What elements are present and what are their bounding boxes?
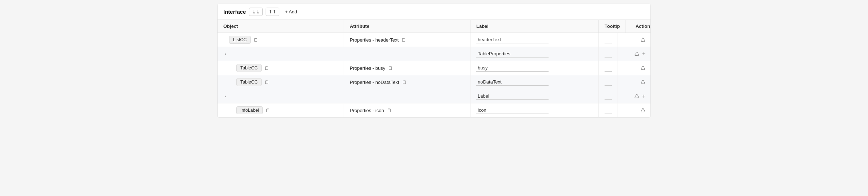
attribute-text: Properties - busy: [350, 65, 385, 71]
collapse-up-button[interactable]: ⤒⤒: [266, 8, 279, 16]
add-button[interactable]: + Add: [282, 8, 300, 16]
tooltip-cell: [599, 103, 618, 117]
actions-cell: ♺: [618, 103, 650, 117]
chevrons-down-icon: ⤓⤓: [252, 9, 260, 14]
tooltip-input[interactable]: [605, 50, 612, 57]
label-cell: [470, 47, 599, 61]
delete-button[interactable]: ♺: [640, 36, 646, 44]
tooltip-cell: [599, 61, 618, 75]
interface-table: Object Attribute Label Tooltip Actions L…: [218, 20, 650, 118]
label-input[interactable]: [476, 50, 549, 57]
actions-cell: ♺ +: [618, 89, 650, 103]
table-row: InfoLabel 🗒 Properties - icon 🗒 ♺: [218, 103, 650, 118]
actions-cell: ♺: [618, 61, 650, 75]
delete-button[interactable]: ♺: [633, 50, 640, 58]
object-cell: TableCC 🗒: [218, 61, 344, 75]
object-cell-empty: ›: [218, 47, 344, 61]
col-header-tooltip: Tooltip: [599, 20, 626, 33]
attribute-cell: Properties - noDataText 🗒: [344, 75, 470, 89]
tooltip-cell: [599, 33, 618, 47]
add-row-button[interactable]: +: [641, 92, 646, 100]
object-cell-empty: ›: [218, 89, 344, 103]
actions-cell: ♺ +: [618, 47, 650, 61]
col-header-attribute: Attribute: [344, 20, 470, 33]
object-name-infolabel: InfoLabel: [236, 106, 263, 114]
label-cell: [470, 89, 599, 103]
attribute-cell: Properties - busy 🗒: [344, 61, 470, 75]
delete-button[interactable]: ♺: [633, 92, 640, 101]
add-row-button[interactable]: +: [641, 50, 646, 58]
table-header-row: Object Attribute Label Tooltip Actions: [218, 20, 650, 33]
label-input[interactable]: [476, 93, 549, 100]
attribute-cell: Properties - icon 🗒: [344, 103, 470, 117]
tooltip-cell: [599, 75, 618, 89]
object-name-tablecc: TableCC: [236, 64, 262, 72]
label-input[interactable]: [476, 78, 549, 86]
copy-icon[interactable]: 🗒: [402, 80, 407, 85]
label-cell: [470, 103, 599, 117]
attribute-cell: Properties - headerText 🗒: [344, 33, 470, 47]
chevrons-up-icon: ⤒⤒: [268, 9, 276, 14]
collapse-down-button[interactable]: ⤓⤓: [249, 8, 263, 16]
label-input[interactable]: [476, 107, 549, 114]
tooltip-input[interactable]: [605, 107, 612, 114]
object-cell: TableCC 🗒: [218, 75, 344, 89]
expand-toggle-button[interactable]: ›: [223, 51, 228, 57]
label-cell: [470, 75, 599, 89]
tooltip-input[interactable]: [605, 36, 612, 43]
table-row: › ♺ +: [218, 47, 650, 61]
tooltip-input[interactable]: [605, 78, 612, 86]
actions-cell: ♺: [618, 75, 650, 89]
copy-icon[interactable]: 🗒: [265, 65, 269, 71]
label-cell: [470, 33, 599, 47]
copy-icon[interactable]: 🗒: [387, 108, 392, 113]
table-body: ListCC 🗒 Properties - headerText 🗒 ♺: [218, 33, 650, 118]
delete-button[interactable]: ♺: [640, 78, 646, 86]
tooltip-input[interactable]: [605, 64, 612, 72]
copy-icon[interactable]: 🗒: [265, 80, 269, 85]
table-row: TableCC 🗒 Properties - noDataText 🗒 ♺: [218, 75, 650, 89]
object-name-listcc: ListCC: [229, 36, 251, 44]
object-cell: InfoLabel 🗒: [218, 103, 344, 117]
attribute-text: Properties - noDataText: [350, 80, 399, 85]
col-header-actions: Actions: [626, 20, 651, 33]
copy-icon[interactable]: 🗒: [266, 108, 270, 113]
table-row: ListCC 🗒 Properties - headerText 🗒 ♺: [218, 33, 650, 47]
actions-cell: ♺: [618, 33, 650, 47]
object-name-tablecc2: TableCC: [236, 78, 262, 86]
delete-button[interactable]: ♺: [640, 106, 646, 115]
label-cell: [470, 61, 599, 75]
label-input[interactable]: [476, 64, 549, 72]
copy-icon[interactable]: 🗒: [254, 37, 258, 43]
tooltip-input[interactable]: [605, 93, 612, 100]
label-input[interactable]: [476, 36, 549, 43]
attribute-cell-empty: [344, 89, 470, 103]
table-row: TableCC 🗒 Properties - busy 🗒 ♺: [218, 61, 650, 75]
expand-toggle-button[interactable]: ›: [223, 93, 228, 99]
col-header-label: Label: [470, 20, 599, 33]
attribute-text: Properties - headerText: [350, 37, 399, 43]
tooltip-cell: [599, 47, 618, 61]
tooltip-cell: [599, 89, 618, 103]
panel-header: Interface ⤓⤓ ⤒⤒ + Add: [218, 4, 650, 20]
table-row: › ♺ +: [218, 89, 650, 103]
attribute-text: Properties - icon: [350, 108, 384, 113]
interface-panel: Interface ⤓⤓ ⤒⤒ + Add Object Attribute L…: [217, 4, 651, 118]
copy-icon[interactable]: 🗒: [388, 65, 393, 71]
attribute-cell-empty: [344, 47, 470, 61]
delete-button[interactable]: ♺: [640, 64, 646, 72]
col-header-object: Object: [218, 20, 344, 33]
panel-title: Interface: [223, 9, 246, 15]
object-cell: ListCC 🗒: [218, 33, 344, 47]
copy-icon[interactable]: 🗒: [401, 37, 406, 43]
